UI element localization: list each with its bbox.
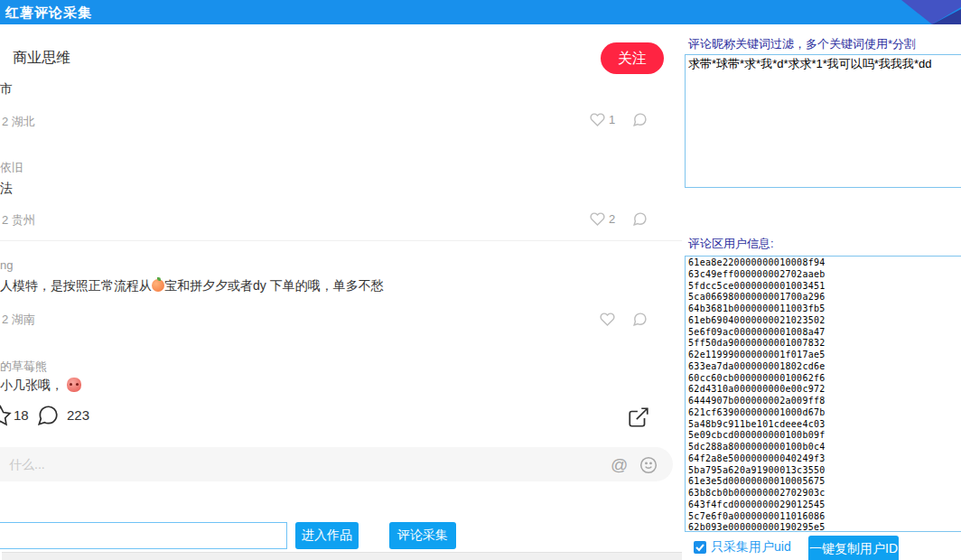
enter-post-button[interactable]: 进入作品 — [295, 522, 359, 549]
comment-text-part: 宝和拼夕夕或者dy 下单的哦，单多不愁 — [164, 278, 384, 293]
post-author-name[interactable]: 商业思维 — [13, 49, 70, 68]
horizontal-scrollbar-track[interactable] — [2, 552, 682, 560]
comment-text: 市 — [0, 81, 13, 98]
checkmark-icon — [694, 541, 706, 554]
title-bar: 红薯评论采集 — [0, 0, 961, 24]
like-count: 1 — [609, 113, 615, 126]
filter-keywords-textarea[interactable]: 求带*球带*求*我*d*求求*1*我可以吗*我我我*dd — [685, 54, 961, 188]
comment-meta: 2 贵州 — [2, 212, 35, 229]
comments-count: 223 — [67, 407, 89, 423]
heart-icon[interactable] — [600, 312, 615, 327]
blush-sticker-icon — [67, 378, 81, 392]
comment-text: 人模特，是按照正常流程从宝和拼夕夕或者dy 下单的哦，单多不愁 — [0, 278, 384, 294]
emoji-smiley-icon[interactable] — [639, 456, 658, 474]
comment-text-part: 人模特，是按照正常流程从 — [0, 278, 152, 293]
collect-star-icon[interactable] — [0, 405, 12, 427]
mention-at-icon[interactable]: @ — [611, 455, 628, 475]
comment-text: 法 — [0, 181, 13, 197]
heart-icon[interactable] — [590, 112, 605, 127]
heart-icon[interactable] — [590, 211, 605, 227]
peach-emoji-icon — [152, 279, 164, 292]
user-uid-list-textarea[interactable]: 61ea8e220000000010008f94 63c49eff0000000… — [685, 256, 961, 532]
uid-only-checkbox-label: 只采集用户uid — [711, 539, 791, 555]
comment-text: 小几张哦， — [0, 378, 81, 394]
comment-divider — [0, 240, 682, 241]
collector-settings-panel: 评论昵称关键词过滤，多个关键词使用*分割 求带*球带*求*我*d*求求*1*我可… — [682, 24, 961, 560]
uid-only-checkbox[interactable] — [694, 541, 706, 554]
reply-bubble-icon[interactable] — [632, 112, 648, 127]
share-external-link-icon[interactable] — [627, 406, 650, 429]
reply-bubble-icon[interactable] — [632, 211, 648, 227]
corner-ribbon-decoration — [889, 0, 961, 24]
comment-input[interactable] — [0, 447, 673, 481]
copy-user-ids-button[interactable]: 一键复制用户ID — [808, 536, 899, 560]
post-url-input[interactable] — [0, 522, 287, 549]
collect-count: 18 — [14, 407, 29, 423]
commenter-name[interactable]: ng — [0, 258, 13, 272]
commenter-name[interactable]: 依旧 — [0, 160, 23, 176]
comment-meta: 2 湖南 — [2, 312, 35, 328]
reply-bubble-icon[interactable] — [632, 312, 648, 327]
user-info-label: 评论区用户信息: — [688, 236, 774, 252]
comment-text-part: 小几张哦， — [0, 378, 63, 392]
commenter-name[interactable]: 的草莓熊 — [0, 359, 47, 375]
comment-meta: 2 湖北 — [2, 114, 35, 130]
post-webview-panel: 商业思维 关注 市 2 湖北 1 依旧 法 2 贵州 2 ng 人模特，是按照正… — [0, 24, 682, 560]
app-title: 红薯评论采集 — [5, 0, 92, 24]
follow-button[interactable]: 关注 — [601, 42, 664, 74]
comment-input-placeholder: 什么... — [9, 457, 45, 473]
comments-bubble-icon[interactable] — [36, 404, 60, 427]
like-count: 2 — [609, 212, 615, 226]
filter-keywords-label: 评论昵称关键词过滤，多个关键词使用*分割 — [688, 36, 916, 52]
collect-comments-button[interactable]: 评论采集 — [389, 522, 456, 549]
